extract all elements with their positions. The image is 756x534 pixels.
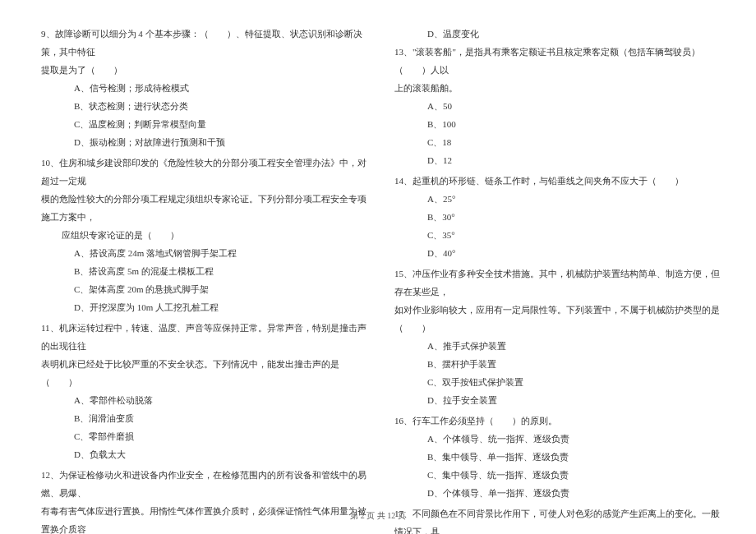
q11-option-d: D、负载太大: [41, 445, 370, 463]
q9-option-a: A、信号检测；形成待检模式: [41, 79, 370, 97]
question-15: 15、冲压作业有多种安全技术措施。其中，机械防护装置结构简单、制造方便，但存在某…: [394, 265, 723, 409]
q9-option-b: B、状态检测；进行状态分类: [41, 97, 370, 115]
question-10: 10、住房和城乡建设部印发的《危险性较大的分部分项工程安全管理办法》中，对超过一…: [41, 154, 370, 316]
right-column: D、温度变化 13、"滚装客船"，是指具有乘客定额证书且核定乘客定额（包括车辆驾…: [394, 25, 723, 501]
q14-option-b: B、30°: [394, 208, 723, 226]
q11-option-a: A、零部件松动脱落: [41, 391, 370, 409]
q15-text: 15、冲压作业有多种安全技术措施。其中，机械防护装置结构简单、制造方便，但存在某…: [394, 265, 723, 301]
q15-option-c: C、双手按钮式保护装置: [394, 373, 723, 391]
q12-option-d: D、温度变化: [394, 25, 723, 43]
q11-cont: 表明机床已经处于比较严重的不安全状态。下列情况中，能发出撞击声的是（ ）: [41, 355, 370, 391]
q13-option-d: D、12: [394, 151, 723, 169]
q15-cont: 如对作业影响较大，应用有一定局限性等。下列装置中，不属于机械防护类型的是（ ）: [394, 301, 723, 337]
q14-text: 14、起重机的环形链、链条工作时，与铅垂线之间夹角不应大于（ ）: [394, 172, 723, 190]
q15-option-b: B、摆杆护手装置: [394, 355, 723, 373]
q10-text: 10、住房和城乡建设部印发的《危险性较大的分部分项工程安全管理办法》中，对超过一…: [41, 154, 370, 190]
q13-option-a: A、50: [394, 97, 723, 115]
q13-option-c: C、18: [394, 133, 723, 151]
q9-cont: 提取是为了（ ）: [41, 61, 370, 79]
q9-option-c: C、温度检测；判断异常模型向量: [41, 115, 370, 133]
q10-option-a: A、搭设高度 24m 落地式钢管脚手架工程: [41, 244, 370, 262]
q15-option-d: D、拉手安全装置: [394, 391, 723, 409]
question-11: 11、机床运转过程中，转速、温度、声音等应保持正常。异常声音，特别是撞击声的出现…: [41, 319, 370, 463]
q13-option-b: B、100: [394, 115, 723, 133]
q11-option-c: C、零部件磨损: [41, 427, 370, 445]
q14-option-a: A、25°: [394, 190, 723, 208]
question-14: 14、起重机的环形链、链条工作时，与铅垂线之间夹角不应大于（ ） A、25° B…: [394, 172, 723, 262]
left-column: 9、故障诊断可以细分为 4 个基本步骤：（ ）、特征提取、状态识别和诊断决策，其…: [41, 25, 370, 501]
q9-text: 9、故障诊断可以细分为 4 个基本步骤：（ ）、特征提取、状态识别和诊断决策，其…: [41, 25, 370, 61]
q10-cont2: 应组织专家论证的是（ ）: [41, 226, 370, 244]
q12-text: 12、为保证检修动火和进设备内作业安全，在检修范围内的所有设备和管线中的易燃、易…: [41, 466, 370, 502]
q14-option-c: C、35°: [394, 226, 723, 244]
question-9: 9、故障诊断可以细分为 4 个基本步骤：（ ）、特征提取、状态识别和诊断决策，其…: [41, 25, 370, 151]
q10-cont1: 模的危险性较大的分部分项工程规定须组织专家论证。下列分部分项工程安全专项施工方案…: [41, 190, 370, 226]
page-footer: 第 2 页 共 12 页: [0, 510, 756, 522]
q16-option-d: D、个体领导、单一指挥、逐级负责: [394, 484, 723, 502]
page-content: 9、故障诊断可以细分为 4 个基本步骤：（ ）、特征提取、状态识别和诊断决策，其…: [41, 25, 723, 501]
q16-option-b: B、集中领导、单一指挥、逐级负责: [394, 448, 723, 466]
q10-option-c: C、架体高度 20m 的悬挑式脚手架: [41, 280, 370, 298]
q11-text: 11、机床运转过程中，转速、温度、声音等应保持正常。异常声音，特别是撞击声的出现…: [41, 319, 370, 355]
q16-option-c: C、集中领导、统一指挥、逐级负责: [394, 466, 723, 484]
q13-cont: 上的滚装船舶。: [394, 79, 723, 97]
q15-option-a: A、推手式保护装置: [394, 337, 723, 355]
q16-option-a: A、个体领导、统一指挥、逐级负责: [394, 430, 723, 448]
q10-option-b: B、搭设高度 5m 的混凝土模板工程: [41, 262, 370, 280]
question-12: 12、为保证检修动火和进设备内作业安全，在检修范围内的所有设备和管线中的易燃、易…: [41, 466, 370, 534]
q10-option-d: D、开挖深度为 10m 人工挖孔桩工程: [41, 298, 370, 316]
question-16: 16、行车工作必须坚持（ ）的原则。 A、个体领导、统一指挥、逐级负责 B、集中…: [394, 412, 723, 502]
question-13: 13、"滚装客船"，是指具有乘客定额证书且核定乘客定额（包括车辆驾驶员）（ ）人…: [394, 43, 723, 169]
q11-option-b: B、润滑油变质: [41, 409, 370, 427]
q14-option-d: D、40°: [394, 244, 723, 262]
q16-text: 16、行车工作必须坚持（ ）的原则。: [394, 412, 723, 430]
q9-option-d: D、振动检测；对故障进行预测和干预: [41, 133, 370, 151]
q13-text: 13、"滚装客船"，是指具有乘客定额证书且核定乘客定额（包括车辆驾驶员）（ ）人…: [394, 43, 723, 79]
